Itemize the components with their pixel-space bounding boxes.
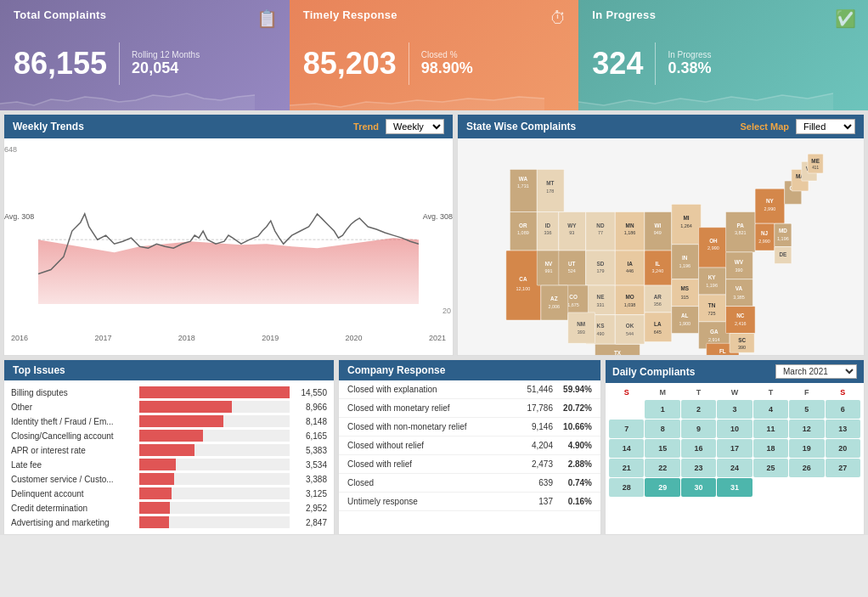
kpi-progress-sub-value: 0.38%: [668, 59, 711, 77]
cal-cell[interactable]: 30: [681, 478, 716, 497]
issue-bar-bg: [139, 430, 290, 442]
kpi-total-value: 86,155: [14, 46, 107, 82]
cal-cell[interactable]: 10: [717, 420, 752, 438]
issue-value: 2,952: [295, 504, 327, 513]
cal-cell[interactable]: 28: [609, 478, 644, 497]
trends-panel: Weekly Trends Trend Weekly Monthly 648 A…: [3, 114, 454, 356]
issue-label: Billing disputes: [11, 388, 134, 397]
trend-select[interactable]: Weekly Monthly: [386, 119, 444, 134]
svg-text:DE: DE: [779, 251, 786, 257]
cal-cell[interactable]: 4: [753, 400, 788, 419]
response-row: Closed with explanation 51,446 59.94%: [339, 380, 600, 399]
complaints-icon: 📋: [256, 8, 278, 29]
cal-cell[interactable]: 13: [826, 420, 860, 438]
trends-header: Weekly Trends Trend Weekly Monthly: [4, 115, 453, 138]
cal-cell[interactable]: 23: [681, 459, 716, 477]
svg-text:2,990: 2,990: [764, 206, 776, 211]
svg-text:NC: NC: [736, 313, 745, 318]
kpi-divider-2: [409, 42, 409, 85]
response-pct: 20.72%: [558, 403, 592, 413]
svg-text:991: 991: [544, 268, 552, 273]
response-count: 137: [514, 497, 553, 506]
svg-text:MS: MS: [680, 285, 689, 291]
kpi-progress-value: 324: [592, 46, 643, 82]
issue-bar: [139, 473, 174, 485]
response-pct: 0.74%: [558, 478, 592, 487]
issue-value: 14,550: [295, 388, 327, 397]
issue-bar: [139, 401, 232, 413]
map-area: WA 1,731 OR 1,089 CA 12,100 MT 178 ID 33…: [458, 138, 864, 355]
svg-text:ID: ID: [545, 222, 551, 228]
svg-rect-53: [615, 251, 645, 285]
cal-cell[interactable]: 2: [681, 400, 716, 419]
calendar-month-select[interactable]: March 2021 February 2021 January 2021: [775, 364, 857, 379]
kpi-progress-title: In Progress: [592, 8, 854, 21]
cal-cell[interactable]: 6: [826, 400, 860, 419]
issue-row: Late fee 3,534: [11, 459, 327, 470]
x-label-2017: 2017: [94, 334, 111, 342]
cal-day-header: S: [609, 386, 644, 398]
svg-text:CO: CO: [569, 294, 578, 300]
svg-rect-74: [672, 245, 699, 279]
cal-cell[interactable]: 25: [753, 459, 788, 477]
cal-cell[interactable]: 15: [645, 439, 679, 458]
cal-week: 28293031: [609, 478, 860, 497]
issue-label: Late fee: [11, 460, 134, 470]
svg-text:SC: SC: [738, 337, 746, 343]
svg-text:FL: FL: [719, 348, 726, 354]
svg-text:KS: KS: [597, 323, 605, 329]
map-select[interactable]: Filled Bubbles: [796, 119, 855, 134]
kpi-divider: [119, 42, 120, 85]
cal-cell[interactable]: 26: [789, 459, 824, 477]
svg-text:645: 645: [654, 329, 662, 335]
response-count: 9,146: [514, 422, 553, 431]
issue-bar: [139, 386, 290, 398]
svg-text:MT: MT: [546, 180, 554, 186]
cal-cell[interactable]: 20: [826, 439, 860, 458]
cal-cell[interactable]: 29: [645, 478, 679, 497]
cal-cell[interactable]: 12: [789, 420, 824, 438]
cal-cell[interactable]: 22: [645, 459, 679, 477]
svg-text:CA: CA: [519, 276, 527, 282]
svg-text:WV: WV: [735, 259, 744, 265]
cal-cell[interactable]: 9: [681, 420, 716, 438]
cal-cell[interactable]: 5: [789, 400, 824, 419]
avg-left-label: Avg. 308: [4, 212, 34, 221]
cal-cell[interactable]: 24: [717, 459, 752, 477]
cal-cell[interactable]: 17: [717, 439, 752, 458]
svg-text:3,821: 3,821: [735, 230, 747, 235]
cal-cell[interactable]: 27: [826, 459, 860, 477]
response-count: 17,786: [514, 403, 553, 413]
svg-text:VA: VA: [736, 285, 743, 291]
issue-row: Delinquent account 3,125: [11, 487, 327, 499]
cal-cell[interactable]: 7: [609, 420, 644, 438]
progress-icon: ✅: [835, 8, 856, 29]
svg-text:NY: NY: [766, 198, 775, 204]
cal-cell[interactable]: 14: [609, 439, 644, 458]
cal-cell[interactable]: 1: [645, 400, 679, 419]
x-label-2020: 2020: [346, 334, 363, 342]
dashboard: Total Complaints 📋 86,155 Rolling 12 Mon…: [0, 0, 868, 535]
cal-cell[interactable]: 19: [789, 439, 824, 458]
svg-text:TN: TN: [708, 302, 716, 308]
svg-text:411: 411: [812, 166, 819, 170]
response-pct: 10.66%: [558, 422, 592, 431]
response-count: 4,204: [514, 441, 553, 450]
svg-text:1,731: 1,731: [517, 183, 529, 189]
cal-day-header: S: [826, 386, 860, 398]
cal-cell[interactable]: 3: [717, 400, 752, 419]
avg-right-label: Avg. 308: [423, 212, 453, 221]
svg-text:2,914: 2,914: [708, 337, 720, 342]
response-row: Untimely response 137 0.16%: [339, 493, 600, 511]
cal-cell[interactable]: 8: [645, 420, 679, 438]
cal-cell[interactable]: 21: [609, 459, 644, 477]
cal-cell[interactable]: 16: [681, 439, 716, 458]
svg-text:390: 390: [735, 268, 742, 273]
issue-value: 5,383: [295, 446, 327, 455]
cal-cell[interactable]: 31: [717, 478, 752, 497]
cal-cell[interactable]: 18: [753, 439, 788, 458]
issue-label: Other: [11, 403, 134, 412]
cal-cell[interactable]: 11: [753, 420, 788, 438]
issues-panel: Top Issues Billing disputes 14,550 Other…: [3, 359, 335, 535]
svg-marker-0: [0, 93, 255, 110]
